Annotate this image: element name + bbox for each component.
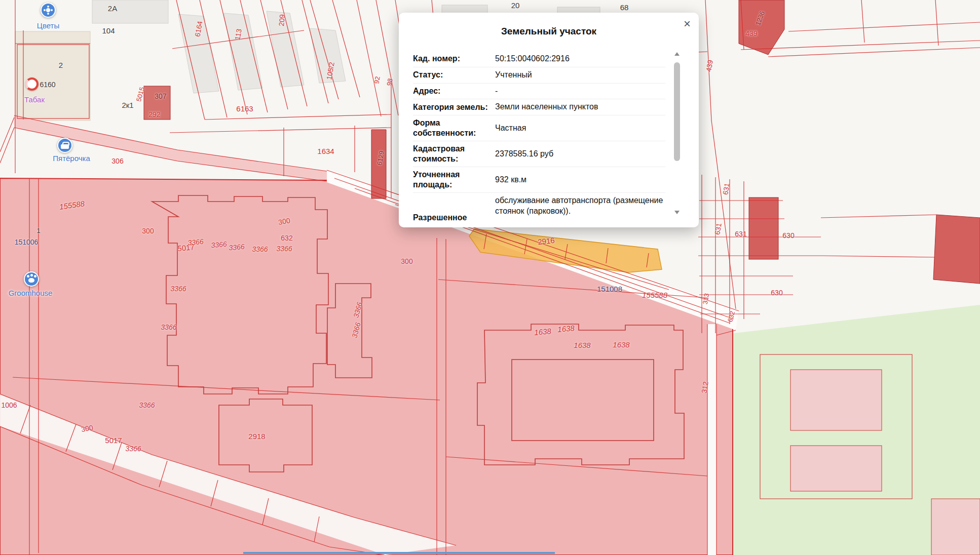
field-value: обслуживание автотранспорта (размещение … — [490, 195, 665, 217]
popup-row: Категория земель:Земли населенных пункто… — [413, 99, 665, 115]
cadastral-map-view: 2А104261602к130750152926164113209105/292… — [0, 0, 980, 555]
poi-label-Пятёрочка[interactable]: Пятёрочка — [53, 154, 90, 163]
popup-row: Разрешенноеобслуживание автотранспорта (… — [413, 193, 665, 226]
field-value: 2378585.16 руб — [490, 149, 665, 160]
field-label: Кад. номер: — [413, 54, 490, 64]
crescent-icon[interactable] — [25, 77, 39, 91]
poi-label-Groomhouse[interactable]: Groomhouse — [9, 289, 53, 297]
field-label: Разрешенное — [413, 195, 490, 223]
poi-label-Табак[interactable]: Табак — [24, 95, 45, 104]
field-label: Категория земель: — [413, 102, 490, 112]
field-label: Статус: — [413, 70, 490, 80]
shop-icon[interactable] — [57, 138, 72, 153]
popup-row: Кад. номер:50:15:0040602:2916 — [413, 51, 665, 67]
parcel-info-popup: Земельный участок × Кад. номер:50:15:004… — [399, 13, 699, 227]
field-value: Частная — [490, 123, 665, 134]
popup-row: Адрес:- — [413, 84, 665, 100]
field-label: Уточненная площадь: — [413, 170, 490, 190]
field-value: Земли населенных пунктов — [490, 102, 665, 112]
popup-rows: Кад. номер:50:15:0040602:2916Статус:Учте… — [413, 51, 665, 226]
close-icon[interactable]: × — [684, 18, 691, 30]
field-value: 932 кв.м — [490, 175, 665, 185]
popup-row: Уточненная площадь:932 кв.м — [413, 167, 665, 193]
scroll-down-icon[interactable] — [674, 211, 680, 214]
popup-row: Кадастровая стоимость:2378585.16 руб — [413, 141, 665, 167]
popup-scrollbar[interactable] — [674, 52, 680, 214]
field-value: 50:15:0040602:2916 — [490, 54, 665, 64]
field-label: Адрес: — [413, 86, 490, 96]
flower-icon[interactable] — [41, 3, 56, 18]
field-value: - — [490, 86, 665, 97]
scrollbar-thumb[interactable] — [674, 62, 680, 161]
field-label: Форма собственности: — [413, 118, 490, 138]
field-label: Кадастровая стоимость: — [413, 144, 490, 164]
popup-row: Статус:Учтенный — [413, 67, 665, 84]
scroll-up-icon[interactable] — [674, 52, 680, 56]
popup-row: Форма собственности:Частная — [413, 115, 665, 141]
poi-label-Цветы[interactable]: Цветы — [37, 21, 59, 30]
popup-title: Земельный участок — [399, 26, 699, 37]
field-value: Учтенный — [490, 70, 665, 81]
paw-icon[interactable] — [24, 271, 39, 287]
